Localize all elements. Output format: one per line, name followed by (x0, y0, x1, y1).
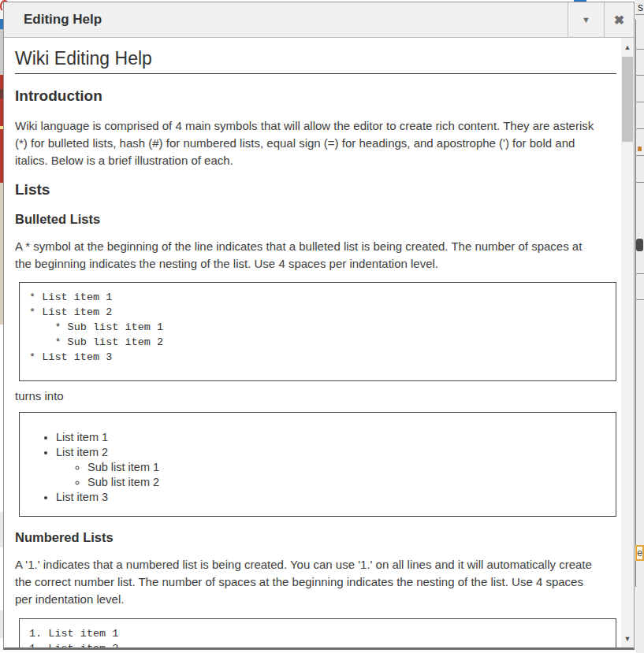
bulleted-syntax-code-block: * List item 1 * List item 2 * Sub list i… (19, 282, 616, 381)
sub-list-item: Sub list item 2 (87, 475, 606, 490)
help-content: Wiki Editing Help Introduction Wiki lang… (4, 38, 621, 647)
introduction-heading: Introduction (15, 87, 616, 105)
lists-heading: Lists (15, 181, 616, 198)
introduction-paragraph: Wiki language is comprised of 4 main sym… (15, 117, 597, 169)
bulleted-lists-heading: Bulleted Lists (15, 212, 616, 227)
scroll-up-arrow-icon[interactable]: ▲ (621, 41, 634, 54)
numbered-lists-heading: Numbered Lists (15, 530, 616, 545)
page-title: Wiki Editing Help (15, 48, 616, 74)
close-icon: ✖ (614, 13, 624, 28)
rendered-list-example: List item 1 List item 2 Sub list item 1 … (19, 412, 616, 517)
background-text-fragment: s (638, 1, 643, 13)
dialog-title: Editing Help (4, 2, 568, 37)
list-item: List item 2 Sub list item 1 Sub list ite… (56, 445, 606, 490)
scroll-down-arrow-icon[interactable]: ▼ (621, 633, 634, 645)
close-button[interactable]: ✖ (604, 2, 634, 37)
collapse-button[interactable]: ▼ (568, 2, 604, 37)
list-item: List item 1 (56, 430, 606, 445)
editing-help-dialog: Editing Help ▼ ✖ Wiki Editing Help Intro… (3, 2, 635, 650)
chevron-down-icon: ▼ (582, 15, 590, 24)
background-highlight-fragment: e (635, 545, 644, 561)
turns-into-label: turns into (15, 388, 597, 405)
list-item: List item 3 (56, 490, 606, 505)
background-right-strip: s e (635, 0, 644, 653)
dialog-body: Wiki Editing Help Introduction Wiki lang… (4, 38, 634, 647)
bulleted-lists-paragraph: A * symbol at the beginning of the line … (15, 238, 597, 273)
dialog-titlebar: Editing Help ▼ ✖ (4, 2, 634, 38)
numbered-lists-paragraph: A '1.' indicates that a numbered list is… (15, 556, 597, 608)
background-dark-glyph (636, 239, 643, 251)
sub-list-item: Sub list item 1 (87, 460, 606, 475)
scrollbar[interactable]: ▲ ▼ (621, 38, 634, 647)
background-table-border (635, 20, 636, 587)
numbered-syntax-code-block: 1. List item 1 1. List item 2 (19, 618, 616, 647)
scrollbar-thumb[interactable] (622, 57, 633, 142)
